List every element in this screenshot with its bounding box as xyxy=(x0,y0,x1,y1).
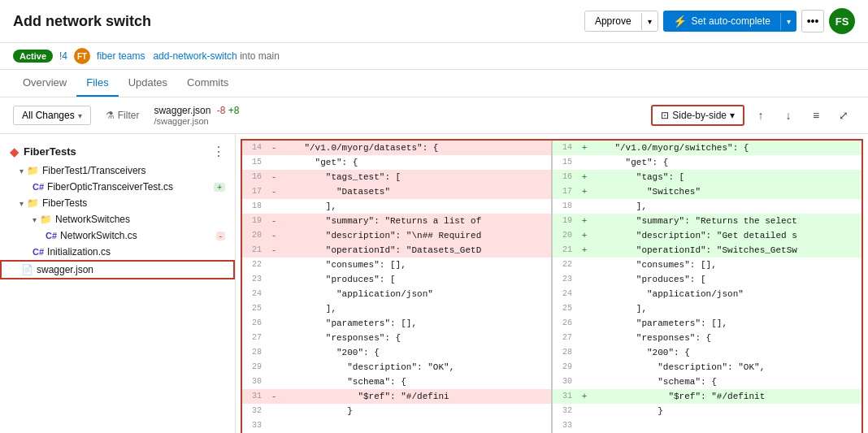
sidebar-item-transceivers[interactable]: ▾ 📁 FiberTest1/Transceivers xyxy=(0,162,235,179)
line-number: 25 xyxy=(553,301,579,316)
diff-line: 17+ "Switches" xyxy=(553,184,861,199)
sidebar-title: ◆ FiberTests xyxy=(10,145,76,158)
line-number: 31 xyxy=(242,389,268,404)
sidebar-item-swagger-json[interactable]: 📄 swagger.json xyxy=(0,260,235,279)
line-number: 24 xyxy=(553,287,579,301)
line-number: 30 xyxy=(553,375,579,389)
diff-line: 28 "200": { xyxy=(553,345,861,360)
folder-label: FiberTest1/Transceivers xyxy=(42,165,146,176)
line-sign xyxy=(579,287,590,301)
scroll-up-button[interactable]: ↑ xyxy=(749,104,772,127)
line-sign: - xyxy=(268,389,280,404)
line-sign: + xyxy=(579,214,590,228)
all-changes-label: All Changes xyxy=(22,110,75,121)
tab-files[interactable]: Files xyxy=(76,70,118,97)
line-content: "/v1.0/myorg/datasets": { xyxy=(280,141,551,155)
tab-overview[interactable]: Overview xyxy=(13,70,76,97)
line-sign xyxy=(579,301,590,316)
line-sign: + xyxy=(579,228,590,243)
autocomplete-caret[interactable]: ▾ xyxy=(780,13,796,30)
line-content: "tags_test": [ xyxy=(280,170,551,184)
sidebar-item-initialization-cs[interactable]: C# Initialization.cs xyxy=(0,244,235,260)
line-number: 21 xyxy=(242,243,268,258)
main-area: ◆ FiberTests ⋮ ▾ 📁 FiberTest1/Transceive… xyxy=(0,134,868,433)
source-branch[interactable]: add-network-switch xyxy=(153,50,237,62)
file-label: FiberOpticTransceiverTest.cs xyxy=(47,181,173,193)
cs-file-icon: C# xyxy=(33,247,44,257)
sidebar-item-networkswitches-folder[interactable]: ▾ 📁 NetworkSwitches xyxy=(0,211,235,227)
diff-area: 14- "/v1.0/myorg/datasets": {15 "get": {… xyxy=(236,134,868,433)
diff-line: 23 "produces": [ xyxy=(553,272,861,287)
line-number: 28 xyxy=(242,345,268,360)
line-content: } xyxy=(590,404,861,418)
add-badge: + xyxy=(214,183,225,192)
sidebar-item-networkswitch-cs[interactable]: C# NetworkSwitch.cs - xyxy=(0,227,235,244)
settings-button[interactable]: ≡ xyxy=(805,104,827,127)
line-number: 25 xyxy=(242,301,268,316)
line-number: 29 xyxy=(553,360,579,375)
diff-line: 21- "operationId": "Datasets_GetD xyxy=(242,243,551,258)
autocomplete-button[interactable]: ⚡ Set auto-complete xyxy=(663,11,780,32)
approve-caret[interactable]: ▾ xyxy=(641,13,658,30)
view-mode-label: Side-by-side xyxy=(672,110,727,121)
diff-line: 29 "description": "OK", xyxy=(553,360,861,375)
sidebar-item-transceiver-test[interactable]: C# FiberOpticTransceiverTest.cs + xyxy=(0,179,235,195)
line-number: 28 xyxy=(553,345,579,360)
branch-info: fiber teams add-network-switch into main xyxy=(97,50,280,62)
sidebar-more-button[interactable]: ⋮ xyxy=(212,144,225,159)
line-number: 20 xyxy=(242,228,268,243)
line-sign xyxy=(268,404,280,418)
more-options-button[interactable]: ••• xyxy=(801,10,824,32)
all-changes-dropdown[interactable]: All Changes ▾ xyxy=(13,106,91,125)
approve-button[interactable]: Approve xyxy=(585,11,641,31)
scroll-down-button[interactable]: ↓ xyxy=(777,104,800,127)
line-content: "$ref": "#/defini xyxy=(280,389,551,404)
line-sign xyxy=(268,155,280,170)
diff-line: 22 "consumes": [], xyxy=(242,258,551,272)
line-content: "200": { xyxy=(590,345,861,360)
line-sign xyxy=(579,418,590,433)
line-sign: + xyxy=(579,243,590,258)
file-label: Initialization.cs xyxy=(47,246,111,258)
collapse-icon: ▾ xyxy=(20,199,24,208)
line-content: "operationId": "Switches_GetSw xyxy=(590,243,861,258)
sidebar-item-fibertests-folder[interactable]: ▾ 📁 FiberTests xyxy=(0,195,235,211)
diff-left-panel[interactable]: 14- "/v1.0/myorg/datasets": {15 "get": {… xyxy=(242,141,553,433)
line-sign: - xyxy=(268,170,280,184)
line-sign xyxy=(579,316,590,331)
filter-button[interactable]: ⚗ Filter xyxy=(98,106,148,124)
diff-line: 18 ], xyxy=(242,199,551,214)
line-sign xyxy=(268,301,280,316)
expand-button[interactable]: ⤢ xyxy=(832,104,855,127)
line-number: 21 xyxy=(553,243,579,258)
target-branch: main xyxy=(258,50,280,62)
filter-label: Filter xyxy=(118,110,140,121)
line-number: 26 xyxy=(553,316,579,331)
approve-button-group[interactable]: Approve ▾ xyxy=(584,11,658,32)
line-number: 18 xyxy=(242,199,268,214)
line-number: 30 xyxy=(242,375,268,389)
line-sign xyxy=(268,418,280,433)
line-sign xyxy=(579,360,590,375)
tab-updates[interactable]: Updates xyxy=(119,70,177,97)
autocomplete-button-group[interactable]: ⚡ Set auto-complete ▾ xyxy=(663,11,796,32)
line-content: "get": { xyxy=(280,155,551,170)
line-content: "produces": [ xyxy=(280,272,551,287)
side-by-side-button[interactable]: ⊡ Side-by-side ▾ xyxy=(651,105,744,126)
diff-right-panel[interactable]: 14+ "/v1.0/myorg/switches": {15 "get": {… xyxy=(553,141,861,433)
line-sign xyxy=(268,287,280,301)
diff-border: 14- "/v1.0/myorg/datasets": {15 "get": {… xyxy=(241,139,863,433)
line-content: ], xyxy=(280,301,551,316)
line-content: } xyxy=(280,404,551,418)
file-info: swagger.json -8 +8 /swagger.json xyxy=(154,105,239,126)
side-by-side-icon: ⊡ xyxy=(661,110,669,121)
author-link[interactable]: fiber teams xyxy=(97,50,145,62)
line-content xyxy=(590,418,861,433)
diff-line: 24 "application/json" xyxy=(242,287,551,301)
diff-line: 33 xyxy=(242,418,551,433)
file-label: swagger.json xyxy=(37,264,93,275)
tab-commits[interactable]: Commits xyxy=(177,70,238,97)
line-number: 17 xyxy=(242,184,268,199)
line-content: "parameters": [], xyxy=(590,316,861,331)
line-content: "consumes": [], xyxy=(280,258,551,272)
